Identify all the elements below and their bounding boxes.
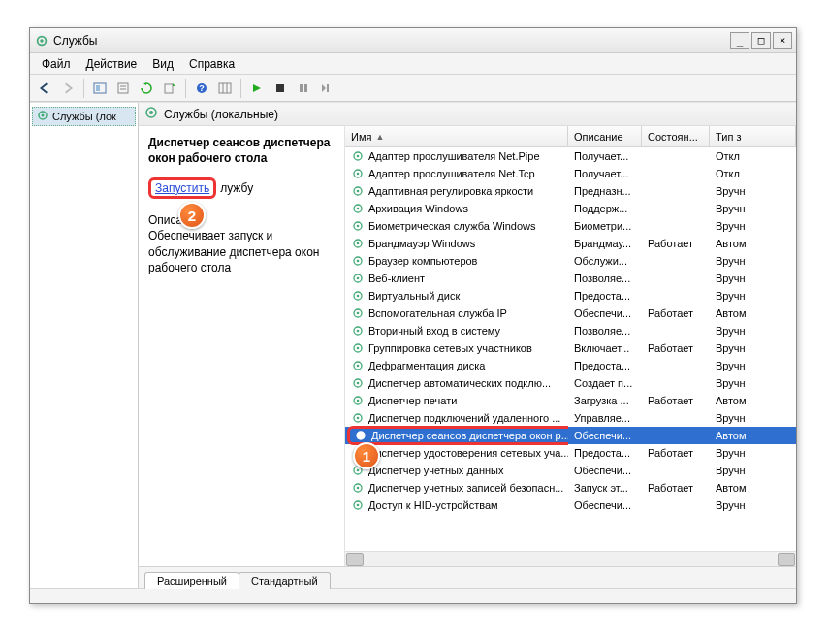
service-name: Доступ к HID-устройствам xyxy=(368,499,498,511)
svg-point-1 xyxy=(40,39,44,43)
pause-service-button[interactable] xyxy=(293,78,314,99)
table-row[interactable]: Группировка сетевых участниковВключает..… xyxy=(345,339,796,357)
svg-point-54 xyxy=(360,435,363,437)
export-button[interactable] xyxy=(159,78,180,99)
table-row[interactable]: Диспетчер подключений удаленного ...Упра… xyxy=(345,409,796,427)
col-name[interactable]: Имя▲ xyxy=(345,126,568,146)
service-type: Автом xyxy=(710,430,796,441)
svg-point-32 xyxy=(357,242,360,245)
restart-service-button[interactable] xyxy=(316,78,337,99)
statusbar xyxy=(30,588,796,603)
table-row[interactable]: Вторичный вход в системуПозволяе...Вручн xyxy=(345,322,796,339)
service-state: Работает xyxy=(642,238,710,249)
service-type: Вручн xyxy=(710,499,796,511)
maximize-button[interactable]: □ xyxy=(751,32,771,49)
help-button[interactable]: ? xyxy=(191,78,212,99)
table-row[interactable]: Вспомогательная служба IPОбеспечи...Рабо… xyxy=(345,305,796,322)
service-name: Диспетчер печати xyxy=(368,395,457,406)
properties-button[interactable] xyxy=(112,78,134,99)
show-console-button[interactable] xyxy=(89,78,111,99)
svg-point-30 xyxy=(357,225,360,228)
columns-button[interactable] xyxy=(214,78,236,99)
table-row[interactable]: Брандмауэр WindowsБрандмау...РаботаетАвт… xyxy=(345,235,796,252)
menu-action[interactable]: Действие xyxy=(79,55,145,73)
service-desc: Обслужи... xyxy=(568,255,642,267)
separator xyxy=(185,79,186,98)
table-row[interactable]: Диспетчер сеансов диспетчера окон р...Об… xyxy=(345,427,796,444)
svg-point-34 xyxy=(357,260,360,263)
svg-rect-16 xyxy=(327,84,329,92)
col-state[interactable]: Состоян... xyxy=(642,126,710,146)
table-row[interactable]: Адаптер прослушивателя Net.PipeПолучает.… xyxy=(345,147,796,165)
table-row[interactable]: Веб-клиентПозволяе...Вручн xyxy=(345,270,796,287)
service-name: Адаптивная регулировка яркости xyxy=(368,185,533,197)
service-name: Архивация Windows xyxy=(368,203,468,214)
table-row[interactable]: Диспетчер автоматических подклю...Создае… xyxy=(345,374,796,392)
service-name: Группировка сетевых участников xyxy=(368,342,532,354)
table-row[interactable]: Доступ к HID-устройствамОбеспечи...Вручн xyxy=(345,497,796,514)
tab-standard[interactable]: Стандартный xyxy=(239,572,331,589)
tab-extended[interactable]: Расширенный xyxy=(144,572,239,589)
table-row[interactable]: Браузер компьютеровОбслужи...Вручн xyxy=(345,252,796,270)
svg-point-24 xyxy=(357,173,360,176)
selected-service-name: Диспетчер сеансов диспетчера окон рабоче… xyxy=(148,136,335,166)
table-row[interactable]: Дефрагментация дискаПредоста...Вручн xyxy=(345,357,796,374)
minimize-button[interactable]: _ xyxy=(730,32,749,49)
content-title: Службы (локальные) xyxy=(139,103,796,126)
service-type: Автом xyxy=(710,395,796,406)
refresh-button[interactable] xyxy=(136,78,157,99)
service-desc: Предоста... xyxy=(568,360,642,371)
service-type: Вручн xyxy=(710,220,796,232)
menu-file[interactable]: Файл xyxy=(34,55,79,73)
service-list: Имя▲ Описание Состоян... Тип з Адаптер п… xyxy=(344,126,796,566)
stop-service-button[interactable] xyxy=(270,78,291,99)
service-type: Автом xyxy=(710,238,796,249)
scroll-right-icon[interactable] xyxy=(778,553,795,566)
table-row[interactable]: Адаптивная регулировка яркостиПредназн..… xyxy=(345,182,796,200)
rows-container[interactable]: Адаптер прослушивателя Net.PipeПолучает.… xyxy=(345,147,796,551)
service-desc: Запуск эт... xyxy=(568,482,642,494)
toolbar: ? xyxy=(30,75,796,102)
service-state: Работает xyxy=(642,482,710,494)
titlebar[interactable]: Службы _ □ × xyxy=(30,28,796,53)
service-desc: Получает... xyxy=(568,150,642,162)
scroll-left-icon[interactable] xyxy=(346,553,364,566)
svg-point-22 xyxy=(357,155,360,158)
table-row[interactable]: Биометрическая служба WindowsБиометри...… xyxy=(345,217,796,235)
gear-icon xyxy=(351,184,365,198)
service-desc: Предоста... xyxy=(568,447,642,459)
back-button[interactable] xyxy=(34,78,55,99)
separator xyxy=(240,79,241,98)
col-startup-type[interactable]: Тип з xyxy=(710,126,796,146)
gear-icon xyxy=(351,202,365,215)
menu-view[interactable]: Вид xyxy=(144,55,181,73)
gear-icon xyxy=(351,289,365,303)
svg-rect-13 xyxy=(276,84,284,92)
tree-item-services-local[interactable]: Службы (лок xyxy=(32,107,136,126)
start-service-link[interactable]: Запустить xyxy=(148,177,216,199)
gear-icon xyxy=(351,306,365,320)
svg-point-42 xyxy=(357,330,360,333)
close-button[interactable]: × xyxy=(773,32,792,49)
horizontal-scrollbar[interactable] xyxy=(345,551,796,566)
svg-point-38 xyxy=(357,295,360,298)
column-headers: Имя▲ Описание Состоян... Тип з xyxy=(345,126,796,147)
table-row[interactable]: Диспетчер учетных записей безопасн...Зап… xyxy=(345,479,796,497)
table-row[interactable]: Диспетчер печатиЗагрузка ...РаботаетАвто… xyxy=(345,392,796,409)
svg-rect-7 xyxy=(165,84,173,93)
menu-help[interactable]: Справка xyxy=(181,55,242,73)
col-description[interactable]: Описание xyxy=(568,126,642,146)
table-row[interactable]: Архивация WindowsПоддерж...Вручн xyxy=(345,200,796,217)
service-desc: Позволяе... xyxy=(568,325,642,337)
content-title-text: Службы (локальные) xyxy=(164,108,278,121)
table-row[interactable]: Виртуальный дискПредоста...Вручн xyxy=(345,287,796,305)
table-row[interactable]: Адаптер прослушивателя Net.TcpПолучает..… xyxy=(345,165,796,182)
service-desc: Обеспечи... xyxy=(568,307,642,319)
svg-rect-3 xyxy=(96,85,100,91)
table-row[interactable]: Диспетчер удостоверения сетевых уча...Пр… xyxy=(345,444,796,462)
start-service-button[interactable] xyxy=(246,78,268,99)
forward-button[interactable] xyxy=(57,78,79,99)
svg-point-46 xyxy=(357,365,360,368)
table-row[interactable]: Диспетчер учетных данныхОбеспечи...Вручн xyxy=(345,462,796,479)
callout-badge-2: 2 xyxy=(178,202,206,229)
